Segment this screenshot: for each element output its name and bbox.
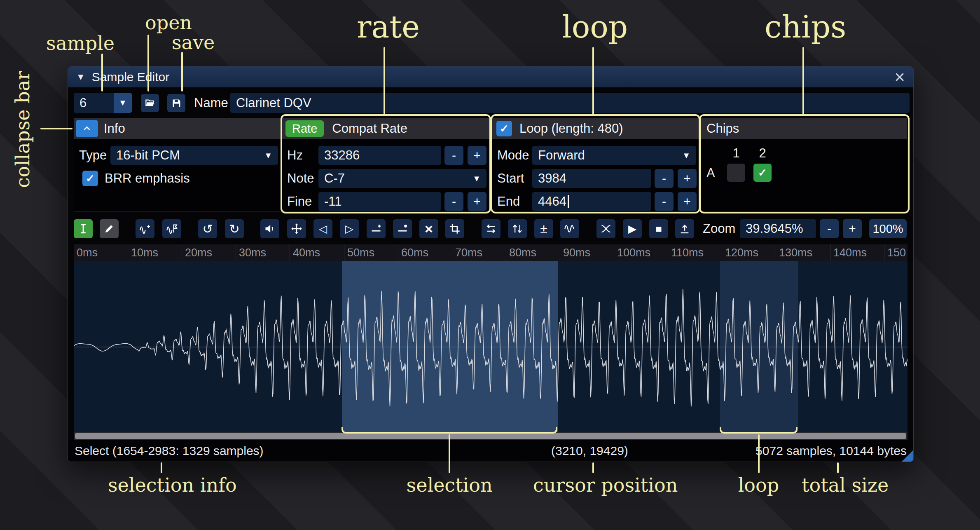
annotation-line [837, 462, 839, 473]
loop-end-value: 4464 [538, 194, 566, 209]
hz-value: 33286 [324, 148, 360, 163]
loop-header: ✓ Loop (length: 480) [492, 118, 700, 139]
sign-button[interactable]: ± [534, 219, 553, 238]
ruler-label: 90ms [560, 244, 590, 261]
arrows-updown-icon [512, 223, 523, 235]
info-header-label: Info [104, 121, 125, 136]
waveform-scrollbar[interactable] [74, 432, 907, 440]
note-dropdown[interactable]: C-7 ▼ [318, 169, 486, 188]
sine-wave-icon [564, 223, 575, 235]
hz-minus-button[interactable]: - [444, 146, 463, 165]
info-collapse-button[interactable] [76, 120, 98, 137]
resize-button[interactable] [136, 219, 154, 238]
timeline-ruler[interactable]: 0ms 10ms 20ms 30ms 40ms 50ms 60ms 70ms 8… [74, 244, 907, 262]
loop-header-label: Loop (length: 480) [519, 121, 623, 136]
chip-a1-checkbox[interactable] [727, 164, 745, 182]
sample-selector[interactable]: 6 ▼ [74, 93, 132, 113]
annotation-loop-bottom-label: loop [738, 474, 779, 496]
ruler-label: 70ms [452, 244, 482, 261]
preview-play-button[interactable]: ▶ [623, 219, 642, 238]
fine-minus-button[interactable]: - [444, 192, 463, 211]
annotation-line [592, 462, 594, 473]
invert-button[interactable] [508, 219, 527, 238]
reverse-button[interactable] [482, 219, 501, 238]
arrows-leftright-icon [485, 223, 497, 235]
redo-icon: ↻ [229, 222, 239, 236]
undo-icon: ↺ [202, 222, 213, 236]
upload-sample-button[interactable] [675, 219, 694, 238]
window-collapse-icon[interactable]: ▼ [76, 72, 85, 82]
select-mode-button[interactable] [74, 219, 93, 238]
waveform-display[interactable] [74, 261, 907, 432]
check-icon: ✓ [86, 172, 95, 185]
titlebar[interactable]: ▼ Sample Editor × [68, 67, 913, 87]
ruler-label: 20ms [182, 244, 212, 261]
delete-button[interactable]: × [419, 219, 438, 238]
fine-value: -11 [324, 194, 342, 209]
redo-button[interactable]: ↻ [225, 219, 244, 238]
hz-plus-button[interactable]: + [468, 146, 486, 165]
ruler-label: 140ms [830, 244, 867, 261]
zoom-in-button[interactable]: + [843, 219, 862, 238]
open-button[interactable] [141, 94, 159, 112]
cross-curves-icon [600, 223, 612, 235]
sample-name-value: Clarinet DQV [236, 96, 311, 110]
ruler-label: 80ms [506, 244, 536, 261]
undo-button[interactable]: ↺ [198, 219, 217, 238]
chevron-down-icon[interactable]: ▼ [114, 93, 132, 113]
chip-row-a-label: A [706, 164, 715, 183]
zoom-out-button[interactable]: - [820, 219, 839, 238]
fine-label: Fine [287, 192, 312, 211]
crossfade-button[interactable] [596, 219, 615, 238]
play-icon: ▶ [628, 223, 636, 235]
ruler-label: 100ms [614, 244, 650, 261]
total-size-text: 5072 samples, 10144 bytes [755, 440, 907, 462]
loop-start-input[interactable]: 3984 [532, 169, 651, 188]
preview-stop-button[interactable]: ■ [649, 219, 668, 238]
loop-mode-dropdown[interactable]: Forward ▼ [532, 146, 696, 165]
sample-editor-window: ▼ Sample Editor × 6 ▼ Name Clarinet DQV … [68, 66, 914, 462]
loop-start-minus-button[interactable]: - [655, 169, 674, 188]
close-icon[interactable]: × [894, 68, 905, 86]
zoom-reset-button[interactable]: 100% [869, 219, 907, 238]
loop-end-input[interactable]: 4464 [532, 192, 651, 211]
rate-button[interactable]: Rate [285, 120, 324, 137]
fine-input[interactable]: -11 [318, 192, 441, 211]
zoom-input[interactable]: 39.9645% [740, 219, 816, 238]
ruler-label: 150 [884, 244, 906, 261]
brr-emphasis-checkbox[interactable]: ✓ [82, 171, 98, 186]
amplify-button[interactable] [260, 219, 279, 238]
resample-button[interactable] [162, 219, 181, 238]
loop-end-minus-button[interactable]: - [655, 192, 674, 211]
trim-button[interactable] [445, 219, 464, 238]
scrollbar-thumb[interactable] [75, 433, 906, 439]
chip-a2-checkbox[interactable]: ✓ [753, 164, 772, 182]
insert-silence-button[interactable] [367, 219, 386, 238]
loop-enable-checkbox[interactable]: ✓ [496, 121, 512, 136]
normalize-button[interactable] [287, 219, 306, 238]
save-icon [171, 98, 182, 109]
delete-x-icon: × [425, 221, 433, 237]
resize-grip[interactable] [902, 450, 913, 462]
hz-input[interactable]: 33286 [318, 146, 441, 165]
chips-section: Chips 1 2 A ✓ [700, 118, 907, 212]
type-dropdown[interactable]: 16-bit PCM ▼ [110, 146, 278, 165]
ruler-label: 50ms [344, 244, 374, 261]
info-section: Info Type 16-bit PCM ▼ ✓ BRR emphasis [74, 118, 282, 212]
speaker-icon [264, 223, 276, 235]
fine-plus-button[interactable]: + [468, 192, 486, 211]
draw-mode-button[interactable] [100, 219, 119, 238]
loop-start-plus-button[interactable]: + [678, 169, 697, 188]
name-label: Name [194, 93, 228, 113]
sample-name-input[interactable]: Clarinet DQV [230, 93, 910, 113]
sample-number: 6 [80, 96, 87, 110]
fade-out-button[interactable]: ▷ [340, 219, 359, 238]
save-button[interactable] [167, 94, 185, 112]
fade-in-button[interactable]: ◁ [313, 219, 332, 238]
loop-end-plus-button[interactable]: + [678, 192, 697, 211]
filter-button[interactable] [560, 219, 579, 238]
ruler-label: 130ms [776, 244, 812, 261]
apply-silence-button[interactable] [393, 219, 412, 238]
mode-label: Mode [497, 146, 529, 165]
annotation-collapse-bar-label: collapse bar [12, 78, 34, 188]
